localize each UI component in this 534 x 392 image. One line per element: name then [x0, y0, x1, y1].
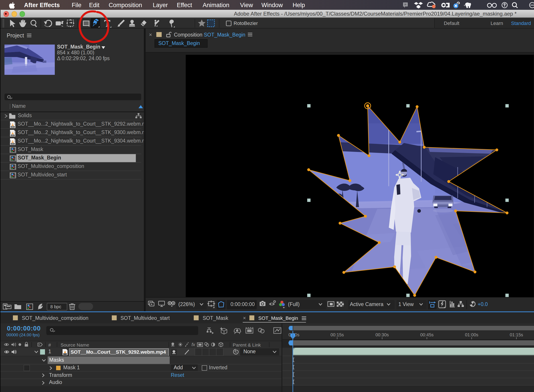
svg-text:M4V: M4V	[11, 134, 14, 136]
svg-text:M4V: M4V	[11, 143, 14, 144]
svg-text:00:30s: 00:30s	[375, 332, 389, 337]
svg-text:00:15s: 00:15s	[330, 332, 344, 337]
svg-text:01:15s: 01:15s	[510, 332, 523, 337]
svg-text:M4V: M4V	[11, 126, 14, 127]
svg-text:01:00s: 01:00s	[465, 332, 478, 337]
svg-text:00:45s: 00:45s	[420, 332, 433, 337]
svg-text:fx: fx	[191, 342, 195, 347]
